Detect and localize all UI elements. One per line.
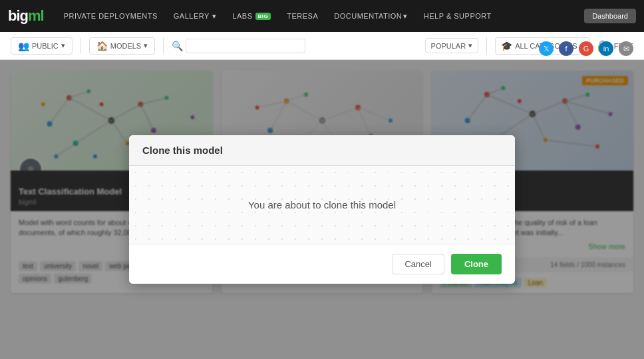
chevron-down-icon: ▾ xyxy=(212,12,217,21)
chevron-down-icon-doc: ▾ xyxy=(403,12,408,21)
logo[interactable]: bigml xyxy=(8,7,44,25)
search-input[interactable] xyxy=(186,39,305,53)
nav-documentation-label: DOCUMENTATION xyxy=(334,12,402,20)
public-label: PUBLIC xyxy=(32,42,59,50)
main-content: ⚛ Text Classification Model bigml Model … xyxy=(0,60,644,359)
clone-modal: Clone this model You are about to clone … xyxy=(129,135,515,284)
navbar-links: PRIVATE DEPLOYMENTS GALLERY ▾ LABS BIG T… xyxy=(57,8,584,25)
nav-documentation[interactable]: DOCUMENTATION ▾ xyxy=(327,8,414,25)
search-icon: 🔍 xyxy=(172,41,183,51)
nav-teresa[interactable]: TERESA xyxy=(280,8,325,24)
googleplus-icon[interactable]: G xyxy=(579,41,593,56)
nav-labs[interactable]: LABS BIG xyxy=(226,8,277,24)
navbar-right: Dashboard xyxy=(584,9,636,23)
linkedin-icon[interactable]: in xyxy=(599,41,613,56)
people-icon: 👥 xyxy=(18,41,29,51)
sort-filter[interactable]: POPULAR ▾ xyxy=(425,38,479,53)
nav-gallery[interactable]: GALLERY ▾ xyxy=(167,8,224,25)
modal-overlay: Clone this model You are about to clone … xyxy=(0,60,644,359)
logo-text: bigml xyxy=(8,7,44,24)
dashboard-button[interactable]: Dashboard xyxy=(584,9,636,23)
chevron-down-icon-sort: ▾ xyxy=(468,41,472,50)
logo-big: big xyxy=(8,7,28,24)
nav-labs-label: LABS xyxy=(232,12,252,20)
email-icon[interactable]: ✉ xyxy=(619,41,633,56)
models-label: MODELS xyxy=(110,42,141,50)
modal-header: Clone this model xyxy=(129,135,515,166)
twitter-icon[interactable]: 𝕏 xyxy=(539,41,554,56)
chevron-down-icon-public: ▾ xyxy=(61,41,65,50)
model-icon: 🏠 xyxy=(96,41,108,51)
modal-title: Clone this model xyxy=(142,145,223,156)
facebook-icon[interactable]: f xyxy=(559,41,573,56)
filter-separator-2 xyxy=(163,38,164,54)
navbar: bigml PRIVATE DEPLOYMENTS GALLERY ▾ LABS… xyxy=(0,0,644,32)
filter-separator-3 xyxy=(486,38,487,54)
cancel-button[interactable]: Cancel xyxy=(392,254,444,274)
modal-footer: Cancel Clone xyxy=(129,244,515,284)
labs-badge: BIG xyxy=(255,13,271,20)
social-icons-bar: 𝕏 f G in ✉ xyxy=(539,41,633,56)
logo-ml: ml xyxy=(28,7,44,24)
nav-gallery-label: GALLERY xyxy=(174,12,210,20)
models-filter[interactable]: 🏠 MODELS ▾ xyxy=(89,37,155,55)
modal-body: You are about to clone this model xyxy=(129,166,515,244)
sort-label: POPULAR xyxy=(431,42,466,50)
category-icon: 🎓 xyxy=(501,41,512,51)
public-filter[interactable]: 👥 PUBLIC ▾ xyxy=(11,37,73,55)
chevron-down-icon-models: ▾ xyxy=(144,41,148,50)
nav-private-deployments[interactable]: PRIVATE DEPLOYMENTS xyxy=(57,8,164,24)
clone-button[interactable]: Clone xyxy=(451,254,502,274)
filter-separator-1 xyxy=(80,38,81,54)
modal-message: You are about to clone this model xyxy=(142,199,502,210)
nav-help[interactable]: HELP & SUPPORT xyxy=(417,8,498,24)
search-area: 🔍 xyxy=(172,39,419,53)
